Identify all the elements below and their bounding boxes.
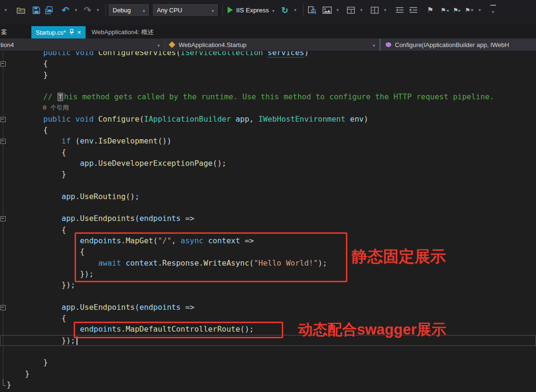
increase-indent-icon[interactable] xyxy=(409,4,418,16)
gutter-cell xyxy=(0,368,7,379)
next-bookmark-icon[interactable]: ⚑▸ xyxy=(452,4,462,16)
member-dropdown-value: Configure(IApplicationBuilder app, IWebH xyxy=(395,41,509,48)
previous-bookmark-icon[interactable]: ⚑◂ xyxy=(440,4,450,16)
code-text: } xyxy=(7,357,536,368)
fold-collapse-marker[interactable] xyxy=(0,302,7,313)
tab-label: 案 xyxy=(1,28,7,37)
code-line[interactable]: // This method gets called by the runtim… xyxy=(0,91,536,102)
gutter-cell xyxy=(0,69,7,80)
close-icon[interactable]: × xyxy=(77,29,81,36)
solution-platform-dropdown[interactable]: Any CPU xyxy=(153,4,218,16)
member-dropdown[interactable]: Configure(IApplicationBuilder app, IWebH xyxy=(380,38,536,51)
find-in-files-icon[interactable] xyxy=(307,4,317,16)
fold-collapse-marker[interactable] xyxy=(0,213,7,224)
code-line[interactable]: } xyxy=(0,368,536,379)
code-line[interactable]: { xyxy=(0,58,536,69)
chevron-down-icon xyxy=(373,41,375,48)
start-debugging-button[interactable]: IIS Express xyxy=(228,4,275,16)
tab-webapplication4-overview[interactable]: WebApplication4: 概述 xyxy=(86,26,160,38)
split-view-dropdown-icon[interactable] xyxy=(381,4,390,16)
code-line[interactable] xyxy=(0,202,536,213)
clear-bookmarks-icon[interactable]: ⚑× xyxy=(465,4,474,16)
code-line[interactable]: } xyxy=(0,69,536,80)
split-view-icon[interactable] xyxy=(370,4,380,16)
tab-startup-cs[interactable]: Startup.cs* × xyxy=(31,26,86,38)
code-line[interactable]: if (env.IsDevelopment()) xyxy=(0,135,536,146)
code-line[interactable]: public void Configure(IApplicationBuilde… xyxy=(0,114,536,124)
fold-collapse-marker[interactable] xyxy=(0,58,7,69)
code-line[interactable]: app.UseEndpoints(endpoints => xyxy=(0,302,536,313)
code-line[interactable] xyxy=(0,80,536,91)
document-tab-bar: 案 Startup.cs* × WebApplication4: 概述 xyxy=(0,25,536,38)
cropped-dropdown-icon[interactable] xyxy=(1,4,10,16)
decrease-indent-icon[interactable] xyxy=(395,4,404,16)
redo-icon[interactable]: ↷ xyxy=(83,4,92,16)
gutter-cell xyxy=(0,279,7,290)
toolbar-separator xyxy=(303,5,304,16)
code-line[interactable]: public void ConfigureServices(IServiceCo… xyxy=(0,51,536,58)
code-line[interactable] xyxy=(0,346,536,357)
save-all-icon[interactable] xyxy=(45,4,54,16)
fold-collapse-marker[interactable] xyxy=(0,114,7,124)
type-dropdown[interactable]: WebApplication4.Startup xyxy=(164,38,380,51)
annotation-box-static xyxy=(75,232,347,282)
chevron-down-icon xyxy=(211,7,214,14)
run-target-label: IIS Express xyxy=(236,7,269,14)
project-dropdown[interactable]: tion4 xyxy=(0,38,164,51)
editor-navigation-bar: tion4 WebApplication4.Startup Configure(… xyxy=(0,38,536,51)
pin-icon[interactable] xyxy=(69,29,74,36)
annotation-label-static: 静态固定展示 xyxy=(352,246,446,268)
gutter-cell xyxy=(0,124,7,135)
solution-platform-value: Any CPU xyxy=(157,7,182,14)
image-tool-icon[interactable] xyxy=(323,4,332,16)
gutter-cell xyxy=(0,180,7,191)
refresh-dropdown-icon[interactable] xyxy=(291,4,300,16)
annotation-box-dynamic xyxy=(74,322,283,338)
gutter-cell xyxy=(0,169,7,180)
chevron-down-icon xyxy=(157,41,160,48)
code-text: public void Configure(IApplicationBuilde… xyxy=(7,114,536,124)
code-line[interactable]: 0 个引用 xyxy=(0,102,536,113)
tab-cropped-left[interactable]: 案 xyxy=(0,26,31,38)
gutter-cell xyxy=(0,202,7,213)
code-line[interactable]: { xyxy=(0,147,536,158)
code-editor[interactable]: public void ConfigureServices(IServiceCo… xyxy=(0,51,536,392)
solution-configuration-dropdown[interactable]: Debug xyxy=(109,4,149,16)
code-line[interactable]: } xyxy=(0,357,536,368)
method-icon xyxy=(386,42,391,48)
refresh-icon[interactable]: ↻ xyxy=(280,4,290,16)
code-text xyxy=(7,202,536,213)
code-text: app.UseDeveloperExceptionPage(); xyxy=(7,158,536,169)
bookmark-icon[interactable]: ⚑ xyxy=(426,4,435,16)
code-line[interactable] xyxy=(0,180,536,191)
code-line[interactable]: app.UseRouting(); xyxy=(0,191,536,202)
code-text: { xyxy=(7,124,536,135)
toolbar-overflow-button[interactable] xyxy=(488,4,498,16)
code-lines: public void ConfigureServices(IServiceCo… xyxy=(0,51,536,390)
code-line[interactable]: } xyxy=(0,169,536,180)
code-text: app.UseRouting(); xyxy=(7,191,536,202)
code-text: 0 个引用 xyxy=(7,102,536,113)
code-line[interactable]: app.UseEndpoints(endpoints => xyxy=(0,213,536,224)
window-layout-dropdown-icon[interactable] xyxy=(357,4,366,16)
undo-icon[interactable]: ↶ xyxy=(61,4,70,16)
code-line[interactable]: } xyxy=(0,379,536,390)
code-line[interactable]: app.UseDeveloperExceptionPage(); xyxy=(0,158,536,169)
image-tool-dropdown-icon[interactable] xyxy=(333,4,343,16)
code-line[interactable]: { xyxy=(0,124,536,135)
code-text: { xyxy=(7,58,536,69)
save-icon[interactable] xyxy=(31,4,41,16)
undo-dropdown-icon[interactable] xyxy=(71,4,81,16)
code-text xyxy=(7,291,536,302)
bookmarks-dropdown-icon[interactable] xyxy=(475,4,485,16)
main-toolbar: ↶ ↷ Debug Any CPU IIS Express ↻ ⚑ xyxy=(0,0,536,25)
gutter-cell xyxy=(0,224,7,235)
redo-dropdown-icon[interactable] xyxy=(93,4,103,16)
gutter-cell xyxy=(0,268,7,279)
code-line[interactable] xyxy=(0,291,536,302)
fold-end-marker xyxy=(0,379,7,390)
window-layout-icon[interactable] xyxy=(346,4,356,16)
fold-collapse-marker[interactable] xyxy=(0,135,7,146)
open-file-icon[interactable] xyxy=(16,4,26,16)
code-text: } xyxy=(7,169,536,180)
